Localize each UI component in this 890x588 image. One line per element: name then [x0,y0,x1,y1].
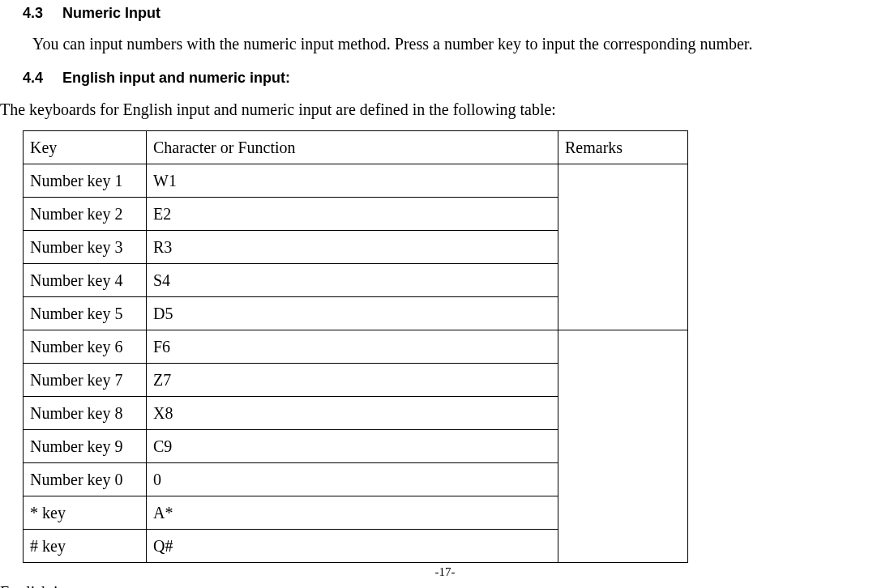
cell-char: W1 [147,164,558,197]
cell-key: Number key 5 [24,296,147,330]
section-4-3-text: You can input numbers with the numeric i… [0,29,890,58]
section-4-3-number: 4.3 [23,0,43,26]
cell-key: Number key 0 [24,462,147,496]
cell-char: D5 [147,296,558,330]
cell-char: F6 [147,330,558,363]
header-remarks: Remarks [558,130,688,164]
section-4-3-heading: 4.3Numeric Input [0,0,890,26]
cell-key: Number key 2 [24,197,147,230]
section-4-4-heading: 4.4English input and numeric input: [0,65,890,91]
cell-key: Number key 8 [24,396,147,429]
cell-char: R3 [147,230,558,263]
cell-char: A* [147,496,558,529]
cell-key: # key [24,529,147,562]
cell-char: S4 [147,263,558,296]
cell-key: * key [24,496,147,529]
header-char: Character or Function [147,130,558,164]
section-4-4-number: 4.4 [23,65,43,91]
table-row: Number key 1 W1 [24,164,688,197]
cell-char: 0 [147,462,558,496]
cell-key: Number key 1 [24,164,147,197]
cell-key: Number key 4 [24,263,147,296]
cell-char: X8 [147,396,558,429]
cell-key: Number key 6 [24,330,147,363]
cell-char: Q# [147,529,558,562]
cell-char: Z7 [147,363,558,396]
cell-key: Number key 9 [24,429,147,462]
keys-table: Key Character or Function Remarks Number… [23,130,688,563]
cell-remarks-group1 [558,164,688,330]
page-number: -17- [0,561,890,583]
cell-char: C9 [147,429,558,462]
section-4-3-title: Numeric Input [62,5,160,21]
cell-char: E2 [147,197,558,230]
cell-key: Number key 3 [24,230,147,263]
header-key: Key [24,130,147,164]
cell-key: Number key 7 [24,363,147,396]
table-header-row: Key Character or Function Remarks [24,130,688,164]
section-4-4-title: English input and numeric input: [62,70,290,86]
table-row: Number key 6 F6 [24,330,688,363]
cell-remarks-group2 [558,330,688,562]
section-4-4-intro: The keyboards for English input and nume… [0,95,890,124]
